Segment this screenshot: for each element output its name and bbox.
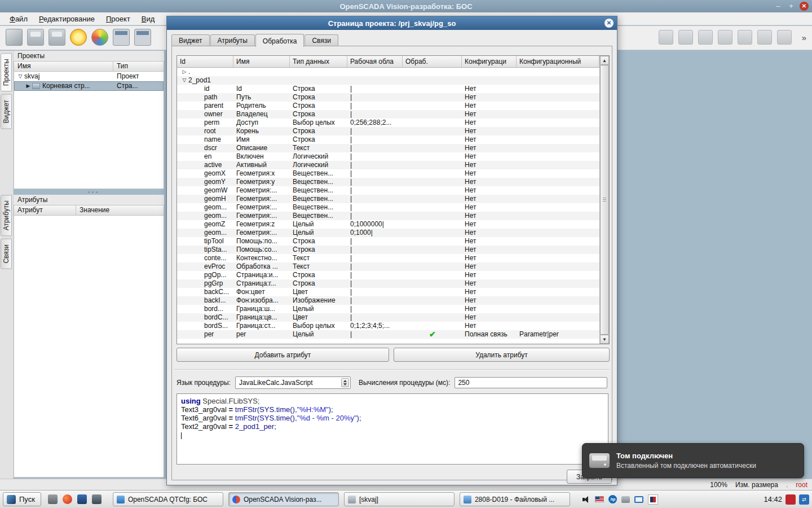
table-row[interactable]: geom...Геометрия:...Целый0;1000|Нет [177,229,599,237]
current-user[interactable]: root [796,481,807,489]
table-row[interactable]: permДоступВыбор целых0;256;288;2...Нет [177,119,599,127]
volume-icon[interactable] [581,495,590,504]
column-header-attribute[interactable]: Атрибут [14,205,76,215]
code-editor[interactable]: using Special.FLibSYS;Text3_arg0val = tm… [176,393,608,465]
table-row[interactable]: tipToolПомощь:по...Строка|Нет [177,237,599,246]
table-row[interactable]: nameИмяСтрока|Нет [177,135,599,144]
spinner-icon[interactable] [341,378,349,387]
table-row[interactable]: bord...Граница:ш...Целый|Нет [177,305,599,313]
column-header[interactable]: Id [177,56,233,67]
task-item[interactable]: OpenSCADA Vision-раз... [228,492,339,506]
column-header[interactable]: Тип данных [290,56,347,67]
table-row[interactable]: geomWГеометрия:...Веществен...|Нет [177,186,599,195]
calc-period-input[interactable] [454,377,607,388]
level-down-icon[interactable] [777,30,792,45]
tab-Обработка[interactable]: Обработка [255,34,304,47]
scroll-down-icon[interactable]: ▼ [600,335,609,344]
align-center-icon[interactable] [678,30,693,45]
tree-row[interactable]: ▶Корневая стр...Стра... [14,81,164,91]
alert-icon[interactable] [785,494,796,505]
toolbar-overflow-icon[interactable]: » [802,33,806,42]
collapse-icon[interactable]: ▽ [180,76,188,85]
column-header[interactable]: Конфигурационный [517,56,599,67]
column-header[interactable]: Конфигураци [462,56,517,67]
expand-icon[interactable]: ▶ [24,81,32,91]
expand-icon[interactable]: ▷ [180,68,188,76]
table-row[interactable]: enВключенЛогический|Нет [177,152,599,161]
column-header[interactable]: Рабочая обла [347,56,403,67]
task-item[interactable]: OpenSCADA QTCfg: БОС [113,492,223,506]
column-header[interactable]: Имя [233,56,290,67]
tool-icon[interactable] [48,494,58,504]
network-icon[interactable]: ⇄ [799,494,809,505]
tablet-icon[interactable] [621,496,630,503]
side-tab[interactable]: Атрибуты [1,195,12,236]
print-icon[interactable] [6,29,23,46]
maximize-icon[interactable]: + [787,2,796,11]
tree-row[interactable]: ▽skvajПроект [14,72,164,81]
menu-item[interactable]: Вид [136,14,160,24]
task-item[interactable]: [skvaj] [344,492,454,506]
table-row[interactable]: evProcОбработка ...Текст|Нет [177,262,599,271]
column-header-name[interactable]: Имя [14,62,113,71]
side-tab[interactable]: Виджет [1,94,12,129]
lower-widget-icon[interactable] [738,30,752,45]
table-row[interactable]: pathПутьСтрока|Нет [177,93,599,102]
tab-Связи[interactable]: Связи [304,34,338,46]
table-row[interactable]: geom...Геометрия:...Веществен...|Нет [177,203,599,212]
menu-item[interactable]: Редактирование [34,14,100,24]
table-row[interactable]: geom...Геометрия:...Веществен...|Нет [177,212,599,220]
clock[interactable]: 14:42 [764,495,782,503]
start-button[interactable]: Пуск [3,492,41,506]
table-row[interactable]: backC...Фон:цветЦвет|Нет [177,288,599,296]
table-row[interactable]: ownerВладелецСтрока|Нет [177,110,599,119]
column-header[interactable]: Обраб. [403,56,462,67]
app-icon[interactable] [77,494,87,504]
table-row[interactable]: activeАктивныйЛогический|Нет [177,161,599,169]
table-row[interactable]: geomYГеометрия:yВеществен...|Нет [177,178,599,186]
close-icon[interactable]: ✕ [800,2,809,11]
window-manage-icon[interactable] [134,29,151,46]
tab-Виджет[interactable]: Виджет [171,34,210,46]
keyboard-layout-flag-icon[interactable] [595,496,604,502]
table-scrollbar[interactable]: ▲ ▼ [599,56,609,344]
side-tab[interactable]: Связи [1,239,12,269]
table-row[interactable]: pgOp...Страница:и...Строка|Нет [177,271,599,279]
main-titlebar[interactable]: OpenSCADA Vision-разработка: БОС – + ✕ [0,0,812,12]
display-icon[interactable] [634,496,643,503]
load-from-db-icon[interactable] [27,29,44,46]
menu-item[interactable]: Файл [5,14,33,24]
level-up-icon[interactable] [757,30,772,45]
table-row[interactable]: dscrОписаниеТекст|Нет [177,144,599,152]
column-header-type[interactable]: Тип [113,62,164,71]
hp-icon[interactable]: hp [608,495,617,503]
column-header-value[interactable]: Значение [76,205,164,215]
side-tab[interactable]: Проекты [1,53,12,91]
delete-attribute-button[interactable]: Удалить атрибут [394,348,610,362]
table-row[interactable]: ▽2_pod1 [177,76,599,85]
notification-toast[interactable]: Том подключен Вставленный том подключен … [582,443,804,478]
table-row[interactable]: tipSta...Помощь:со...Строка|Нет [177,246,599,254]
screenshot-icon[interactable] [92,494,102,504]
run-project-icon[interactable] [70,29,87,46]
tray-app-icon[interactable] [648,494,658,505]
minimize-icon[interactable]: – [774,2,783,11]
table-row[interactable]: geomXГеометрия:xВеществен...|Нет [177,169,599,178]
table-row[interactable]: backI...Фон:изобра...Изображение|Нет [177,296,599,305]
table-row[interactable]: rootКореньСтрока|Нет [177,127,599,135]
scrollbar-thumb[interactable] [600,65,609,335]
menu-item[interactable]: Проект [101,14,135,24]
browser-icon[interactable] [63,494,72,504]
table-row[interactable]: bordS...Граница:ст...Выбор целых0;1;2;3;… [177,322,599,330]
raise-widget-icon[interactable] [718,30,732,45]
collapse-icon[interactable]: ▽ [16,72,24,81]
dialog-titlebar[interactable]: Страница проекта: /prj_skvaj/pg_so ✕ [167,16,617,30]
scroll-up-icon[interactable]: ▲ [600,56,609,65]
save-to-db-icon[interactable] [48,29,65,46]
language-select[interactable]: JavaLikeCalc.JavaScript [235,376,351,389]
table-row[interactable]: pgGrpСтраница:г...Строка|Нет [177,279,599,288]
table-row[interactable]: ▷. [177,68,599,76]
run-widget-icon[interactable] [91,29,108,46]
dialog-close-icon[interactable]: ✕ [604,19,614,28]
add-attribute-button[interactable]: Добавить атрибут [176,348,389,362]
